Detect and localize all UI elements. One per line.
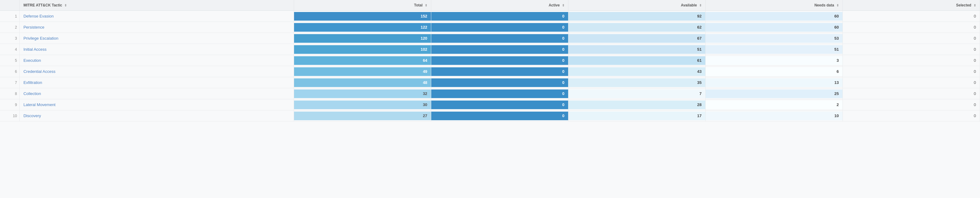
selected-sort-icon[interactable]: ⇕: [974, 4, 976, 7]
row-tactic[interactable]: Lateral Movement: [20, 99, 294, 110]
row-available: 67: [568, 33, 706, 44]
table-row[interactable]: 9 Lateral Movement 30 0 28 2 0: [0, 99, 980, 110]
row-active: 0: [431, 44, 568, 55]
row-active: 0: [431, 88, 568, 99]
row-num: 2: [0, 22, 20, 33]
row-tactic[interactable]: Exfiltration: [20, 77, 294, 88]
row-tactic[interactable]: Execution: [20, 55, 294, 66]
row-total: 30: [294, 99, 431, 110]
col-header-tactic[interactable]: MITRE ATT&CK Tactic ⇕: [20, 0, 294, 11]
row-needs-data: 25: [706, 88, 843, 99]
row-active: 0: [431, 99, 568, 110]
row-needs-data: 6: [706, 66, 843, 77]
row-tactic[interactable]: Privilege Escalation: [20, 33, 294, 44]
row-active: 0: [431, 55, 568, 66]
table-row[interactable]: 1 Defense Evasion 152 0 92 60 0: [0, 11, 980, 22]
row-available: 28: [568, 99, 706, 110]
row-total: 64: [294, 55, 431, 66]
row-num: 5: [0, 55, 20, 66]
row-active: 0: [431, 22, 568, 33]
available-sort-icon[interactable]: ⇕: [699, 4, 702, 7]
row-selected: 0: [843, 11, 980, 22]
row-active: 0: [431, 110, 568, 122]
row-total: 102: [294, 44, 431, 55]
row-selected: 0: [843, 77, 980, 88]
row-total: 49: [294, 66, 431, 77]
row-available: 7: [568, 88, 706, 99]
row-active: 0: [431, 33, 568, 44]
row-total: 152: [294, 11, 431, 22]
row-needs-data: 53: [706, 33, 843, 44]
row-num: 3: [0, 33, 20, 44]
row-active: 0: [431, 11, 568, 22]
needs-data-header-label: Needs data: [815, 3, 834, 7]
selected-header-label: Selected: [956, 3, 971, 7]
row-active: 0: [431, 77, 568, 88]
row-num: 6: [0, 66, 20, 77]
row-available: 92: [568, 11, 706, 22]
row-num: 9: [0, 99, 20, 110]
col-header-active[interactable]: Active ⇕: [431, 0, 568, 11]
table-row[interactable]: 3 Privilege Escalation 120 0 67 53 0: [0, 33, 980, 44]
col-header-num: [0, 0, 20, 11]
row-selected: 0: [843, 88, 980, 99]
col-header-selected[interactable]: Selected ⇕: [843, 0, 980, 11]
row-needs-data: 13: [706, 77, 843, 88]
row-needs-data: 2: [706, 99, 843, 110]
row-available: 51: [568, 44, 706, 55]
row-selected: 0: [843, 44, 980, 55]
row-tactic[interactable]: Credential Access: [20, 66, 294, 77]
needs-sort-icon[interactable]: ⇕: [836, 4, 839, 7]
table-row[interactable]: 2 Persistence 122 0 62 60 0: [0, 22, 980, 33]
row-needs-data: 3: [706, 55, 843, 66]
row-num: 4: [0, 44, 20, 55]
table-row[interactable]: 6 Credential Access 49 0 43 6 0: [0, 66, 980, 77]
row-tactic[interactable]: Initial Access: [20, 44, 294, 55]
row-selected: 0: [843, 110, 980, 122]
row-total: 122: [294, 22, 431, 33]
row-num: 7: [0, 77, 20, 88]
row-needs-data: 60: [706, 22, 843, 33]
mitre-table: MITRE ATT&CK Tactic ⇕ Total ⇕ Active ⇕ A…: [0, 0, 980, 122]
row-available: 61: [568, 55, 706, 66]
tactic-sort-icon[interactable]: ⇕: [64, 4, 67, 7]
row-selected: 0: [843, 22, 980, 33]
total-sort-icon[interactable]: ⇕: [425, 4, 427, 7]
row-total: 27: [294, 110, 431, 122]
row-tactic[interactable]: Collection: [20, 88, 294, 99]
row-total: 120: [294, 33, 431, 44]
row-num: 8: [0, 88, 20, 99]
col-header-total[interactable]: Total ⇕: [294, 0, 431, 11]
col-header-needs-data[interactable]: Needs data ⇕: [706, 0, 843, 11]
table-row[interactable]: 7 Exfiltration 48 0 35 13 0: [0, 77, 980, 88]
table-header-row: MITRE ATT&CK Tactic ⇕ Total ⇕ Active ⇕ A…: [0, 0, 980, 11]
row-available: 62: [568, 22, 706, 33]
row-tactic[interactable]: Persistence: [20, 22, 294, 33]
row-selected: 0: [843, 55, 980, 66]
row-num: 1: [0, 11, 20, 22]
row-selected: 0: [843, 66, 980, 77]
col-header-available[interactable]: Available ⇕: [568, 0, 706, 11]
total-header-label: Total: [414, 3, 423, 7]
row-total: 32: [294, 88, 431, 99]
row-selected: 0: [843, 33, 980, 44]
row-needs-data: 10: [706, 110, 843, 122]
row-active: 0: [431, 66, 568, 77]
row-available: 43: [568, 66, 706, 77]
row-num: 10: [0, 110, 20, 122]
tactic-header-label: MITRE ATT&CK Tactic: [23, 3, 62, 7]
row-total: 48: [294, 77, 431, 88]
available-header-label: Available: [681, 3, 697, 7]
row-needs-data: 60: [706, 11, 843, 22]
active-header-label: Active: [549, 3, 560, 7]
row-tactic[interactable]: Defense Evasion: [20, 11, 294, 22]
row-tactic[interactable]: Discovery: [20, 110, 294, 122]
row-selected: 0: [843, 99, 980, 110]
table-row[interactable]: 4 Initial Access 102 0 51 51 0: [0, 44, 980, 55]
row-available: 35: [568, 77, 706, 88]
table-row[interactable]: 10 Discovery 27 0 17 10 0: [0, 110, 980, 122]
row-needs-data: 51: [706, 44, 843, 55]
table-row[interactable]: 8 Collection 32 0 7 25 0: [0, 88, 980, 99]
active-sort-icon[interactable]: ⇕: [562, 4, 565, 7]
table-row[interactable]: 5 Execution 64 0 61 3 0: [0, 55, 980, 66]
